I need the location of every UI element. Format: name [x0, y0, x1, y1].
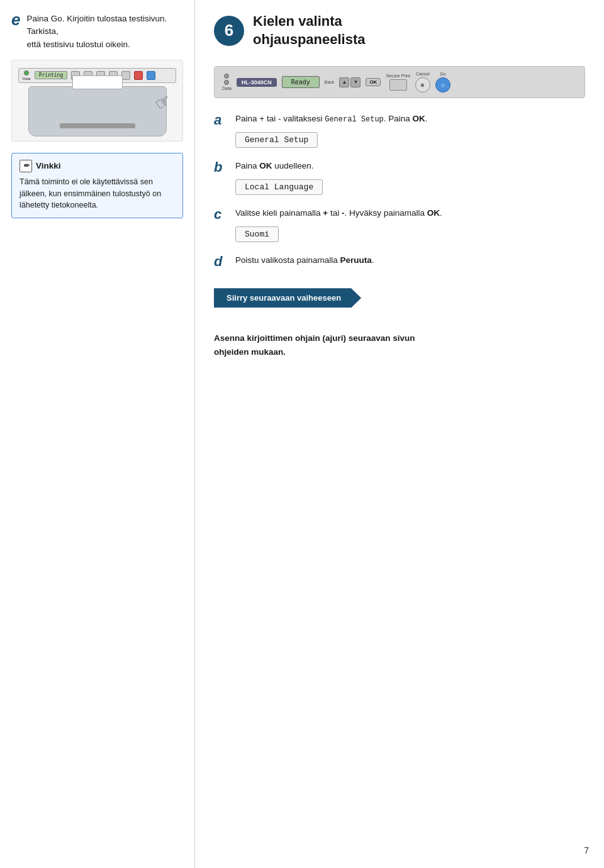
step-e-header: e Paina Go. Kirjoitin tulostaa testisivu…	[11, 13, 183, 51]
model-label-right: HL-3040CN	[237, 78, 277, 87]
substep-a-text3: .	[425, 114, 428, 123]
substep-c-text: Valitse kieli painamalla + tai -. Hyväks…	[235, 206, 585, 220]
substep-a-lcd: General Setup	[235, 132, 318, 148]
substep-b-bold: OK	[259, 161, 272, 170]
next-step-button[interactable]: Siirry seuraavaan vaiheeseen	[214, 288, 361, 308]
substep-b-text: Paina OK uudelleen.	[235, 159, 585, 173]
go-btn-right: ◇	[435, 77, 450, 92]
step-e-text-line2: että testisivu tulostui oikein.	[26, 40, 130, 49]
cancel-btn-right: ⊗	[415, 77, 430, 92]
step-e-letter: e	[11, 11, 20, 28]
secure-btn-right	[389, 79, 407, 91]
left-lcd: Printing	[35, 71, 68, 79]
note-title: Vinkki	[36, 161, 61, 170]
secure-btn-left	[121, 71, 130, 80]
substep-c-text3: . Hyväksy painamalla	[344, 208, 427, 218]
substep-a-text2: . Paina	[384, 114, 413, 123]
substep-b: b Paina OK uudelleen. Local Language	[214, 159, 585, 195]
nav-group-right: ▲ ▼	[339, 77, 361, 87]
cancel-btn-left	[134, 71, 143, 80]
note-text: Tämä toiminto ei ole käytettävissä sen j…	[20, 176, 175, 211]
substep-a-code: General Setup	[325, 115, 384, 124]
substep-d-text1: Poistu valikosta painamalla	[235, 255, 340, 265]
back-label-right: Back	[325, 80, 335, 84]
go-label-right: Go	[440, 72, 445, 76]
substep-a: a Paina + tai - valitaksesi General Setu…	[214, 112, 585, 148]
step-e-text-line1: Paina Go. Kirjoitin tulostaa testisivun.…	[26, 14, 167, 36]
printer-body	[28, 86, 167, 136]
plus-btn-right: ▼	[350, 77, 361, 87]
substep-a-bold: OK	[413, 114, 425, 123]
data-led-right	[224, 74, 229, 79]
substep-c-lcd: Suomi	[235, 226, 279, 242]
substep-b-content: Paina OK uudelleen. Local Language	[235, 159, 585, 195]
substep-c-text4: .	[440, 208, 442, 218]
final-text-part2: ohjeiden mukaan.	[214, 347, 286, 357]
substep-c: c Valitse kieli painamalla + tai -. Hyvä…	[214, 206, 585, 242]
minus-btn-right: ▲	[339, 77, 349, 87]
ok-btn-right: OK	[366, 78, 381, 86]
next-step-area: Siirry seuraavaan vaiheeseen	[214, 282, 585, 319]
step6-circle: 6	[214, 16, 244, 46]
substep-d-letter: d	[214, 255, 226, 269]
secure-group: Secure Print	[386, 74, 410, 91]
paper-output	[72, 75, 123, 89]
substep-a-text: Paina + tai - valitaksesi General Setup.…	[235, 112, 585, 126]
substep-c-content: Valitse kieli painamalla + tai -. Hyväks…	[235, 206, 585, 242]
substep-c-text2: tai	[328, 208, 342, 218]
step6-title-line1: Kielen valinta	[253, 13, 342, 29]
data-group: Data	[222, 74, 232, 91]
substep-d: d Poistu valikosta painamalla Peruuta.	[214, 253, 585, 271]
final-text: Asenna kirjoittimen ohjain (ajuri) seura…	[214, 331, 585, 359]
printer-illustration: Data Printing ☞	[11, 60, 183, 142]
substep-b-text2: uudelleen.	[272, 161, 314, 170]
cancel-label-right: Cancel	[416, 72, 430, 76]
substep-d-content: Poistu valikosta painamalla Peruuta.	[235, 253, 585, 271]
data-led2-right	[224, 80, 229, 85]
data-led	[24, 70, 29, 75]
step6-title-line2: ohjauspaneelista	[253, 31, 366, 47]
step6-title: Kielen valinta ohjauspaneelista	[253, 13, 366, 48]
right-column: 6 Kielen valinta ohjauspaneelista Data H…	[195, 0, 604, 868]
substep-d-text: Poistu valikosta painamalla Peruuta.	[235, 253, 585, 267]
substep-d-bold: Peruuta	[340, 255, 372, 265]
note-header: ✏ Vinkki	[20, 160, 175, 172]
data-label-right: Data	[222, 86, 232, 91]
cancel-group: Cancel ⊗	[415, 72, 430, 92]
right-lcd: Ready	[282, 76, 320, 88]
substep-b-text1: Paina	[235, 161, 259, 170]
substep-c-bold3: OK	[427, 208, 440, 218]
substep-c-text1: Valitse kieli painamalla	[235, 208, 323, 218]
left-column: e Paina Go. Kirjoitin tulostaa testisivu…	[0, 0, 195, 868]
final-text-part1: Asenna kirjoittimen ohjain (ajuri) seura…	[214, 333, 415, 343]
go-group: Go ◇	[435, 72, 450, 92]
substep-a-text1: Paina + tai - valitaksesi	[235, 114, 325, 123]
printer-slot	[60, 123, 135, 128]
substep-b-letter: b	[214, 160, 226, 174]
secure-label-right: Secure Print	[386, 74, 410, 78]
page-number: 7	[584, 845, 589, 855]
data-label-left: Data	[23, 77, 31, 81]
step6-header: 6 Kielen valinta ohjauspaneelista	[214, 13, 585, 53]
note-box: ✏ Vinkki Tämä toiminto ei ole käytettävi…	[11, 153, 183, 218]
substep-b-lcd: Local Language	[235, 179, 323, 195]
substep-a-letter: a	[214, 113, 226, 127]
substep-c-letter: c	[214, 208, 226, 221]
substep-d-text2: .	[372, 255, 374, 265]
right-control-panel: Data HL-3040CN Ready Back ▲ ▼ OK Secure …	[214, 66, 585, 98]
go-btn-left	[147, 71, 155, 80]
note-icon: ✏	[20, 160, 32, 172]
step-e-text: Paina Go. Kirjoitin tulostaa testisivun.…	[26, 13, 183, 51]
substep-a-content: Paina + tai - valitaksesi General Setup.…	[235, 112, 585, 148]
